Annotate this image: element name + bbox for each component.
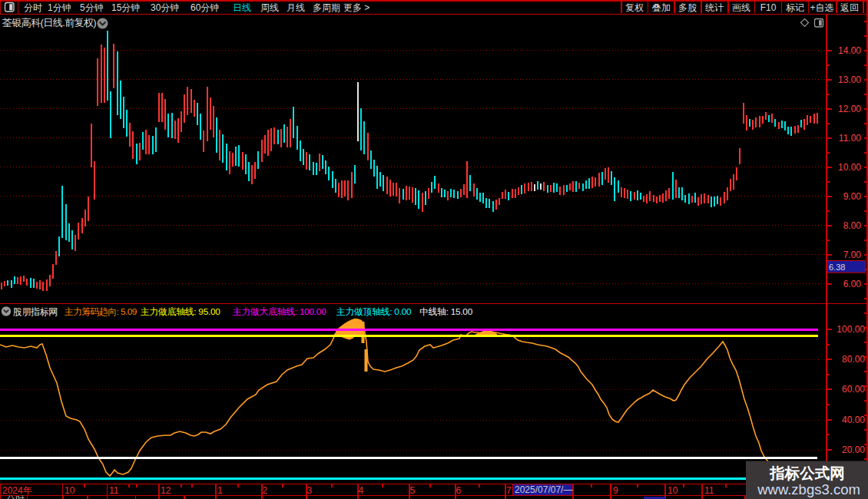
svg-text:周线: 周线 [260, 2, 279, 13]
svg-text:+自选: +自选 [810, 2, 833, 13]
svg-text:分时: 分时 [24, 2, 42, 13]
svg-text:11.00: 11.00 [839, 133, 861, 144]
svg-text:5: 5 [410, 485, 416, 496]
svg-text:10: 10 [668, 485, 678, 496]
svg-text:5分钟: 5分钟 [80, 2, 104, 13]
svg-text:日线: 日线 [233, 2, 251, 13]
svg-text:12: 12 [161, 485, 171, 496]
svg-text:中线轴: 15.00: 中线轴: 15.00 [419, 306, 473, 317]
svg-text:2025/07/07/—: 2025/07/07/— [515, 484, 572, 495]
svg-text:20.00: 20.00 [842, 444, 865, 455]
svg-text:10: 10 [65, 485, 75, 496]
svg-text:分时: 分时 [6, 494, 25, 499]
svg-text:9: 9 [613, 485, 618, 496]
svg-text:2: 2 [263, 485, 268, 496]
svg-text:9.00: 9.00 [843, 191, 862, 202]
svg-text:3: 3 [307, 485, 313, 496]
svg-text:复权: 复权 [625, 2, 644, 13]
svg-text:60分钟: 60分钟 [190, 2, 219, 13]
svg-text:12.00: 12.00 [838, 104, 861, 114]
svg-text:80.00: 80.00 [842, 354, 865, 365]
svg-text:1: 1 [217, 485, 223, 496]
svg-text:15分钟: 15分钟 [111, 2, 140, 13]
svg-text:F10: F10 [760, 2, 777, 13]
svg-text:11: 11 [109, 485, 119, 496]
svg-text:7.00: 7.00 [843, 250, 862, 260]
svg-text:返回: 返回 [840, 2, 859, 13]
svg-text:多周期: 多周期 [313, 2, 340, 13]
svg-text:画线: 画线 [732, 2, 750, 13]
svg-text:10.00: 10.00 [838, 162, 861, 173]
svg-text:13.00: 13.00 [838, 74, 861, 85]
svg-text:7: 7 [506, 485, 512, 496]
svg-text:主力做大底轴线: 100.00: 主力做大底轴线: 100.00 [233, 306, 326, 317]
svg-text:主力做底轴线: 95.00: 主力做底轴线: 95.00 [141, 306, 220, 317]
svg-text:4: 4 [359, 485, 364, 496]
svg-text:40.00: 40.00 [842, 415, 865, 425]
svg-text:11: 11 [704, 485, 714, 496]
svg-text:14.00: 14.00 [838, 45, 861, 56]
svg-text:月线: 月线 [287, 2, 305, 13]
svg-text:标记: 标记 [786, 2, 804, 13]
svg-text:100.00: 100.00 [837, 324, 865, 335]
svg-text:1分钟: 1分钟 [48, 2, 71, 13]
svg-text:股朋指标网: 股朋指标网 [13, 306, 58, 317]
svg-text:主力做顶轴线: 0.00: 主力做顶轴线: 0.00 [336, 306, 412, 317]
svg-text:6: 6 [456, 485, 462, 496]
svg-text:多股: 多股 [678, 2, 697, 13]
svg-text:30分钟: 30分钟 [151, 2, 179, 13]
svg-text:统计: 统计 [705, 2, 724, 13]
svg-text:更多 >: 更多 > [343, 2, 369, 13]
svg-text:荃银高科(日线.前复权): 荃银高科(日线.前复权) [2, 17, 96, 28]
svg-text:主力筹码趋向: 5.09: 主力筹码趋向: 5.09 [65, 306, 137, 317]
svg-text:60.00: 60.00 [842, 384, 865, 395]
svg-text:6.00: 6.00 [843, 279, 862, 289]
svg-text:8.00: 8.00 [843, 220, 862, 231]
svg-text:叠加: 叠加 [652, 2, 671, 13]
svg-text:6.38: 6.38 [829, 263, 845, 272]
svg-text:指标公式网: 指标公式网 [769, 464, 845, 481]
svg-text:www.zbgs3.com: www.zbgs3.com [757, 481, 860, 497]
